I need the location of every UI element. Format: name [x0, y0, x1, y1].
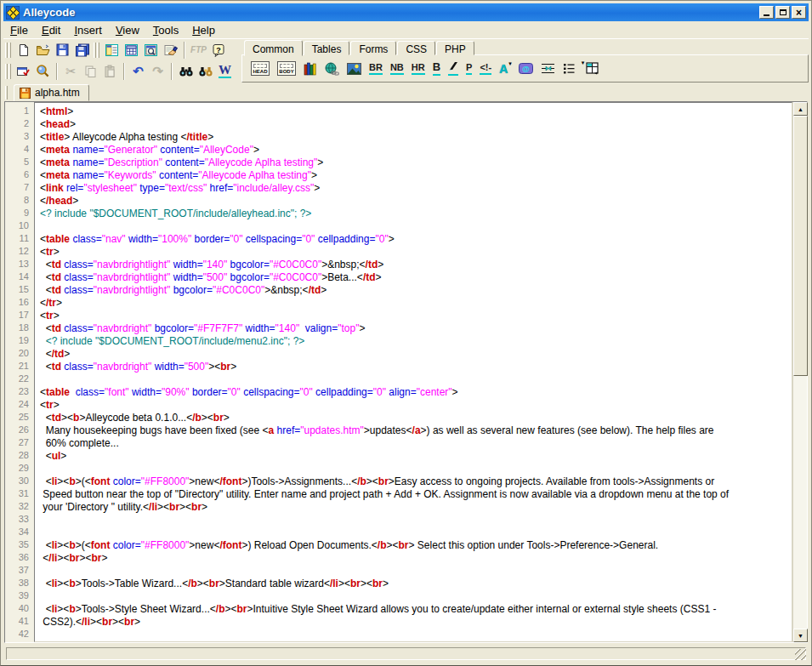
- toolbar-gripper[interactable]: [5, 64, 12, 79]
- redo-button[interactable]: ↷: [148, 62, 168, 81]
- menu-item-edit[interactable]: Edit: [35, 22, 67, 38]
- insert-hr-button[interactable]: HR: [412, 59, 425, 79]
- directory-panel-button[interactable]: [102, 41, 122, 60]
- new-document-button[interactable]: [14, 41, 33, 60]
- document-tab[interactable]: alpha.htm: [14, 84, 89, 101]
- maximize-button[interactable]: [775, 6, 790, 19]
- title-bar[interactable]: Alleycode ×: [3, 3, 809, 21]
- directory-panel-icon: [105, 43, 119, 57]
- hr-tag-icon: HR: [412, 62, 425, 75]
- insert-italic-button[interactable]: [448, 59, 458, 79]
- find-in-files-button[interactable]: [196, 62, 215, 81]
- menu-item-view[interactable]: View: [109, 22, 146, 38]
- insert-font-button[interactable]: A ▾: [499, 59, 511, 79]
- toolbar-gripper[interactable]: [5, 43, 12, 58]
- tab-css[interactable]: CSS: [397, 41, 435, 55]
- scroll-down-button[interactable]: ▼: [793, 629, 808, 642]
- code-line: <td><b>Alleycode beta 0.1.0...</b><br>: [40, 412, 792, 424]
- insert-button-panel: HEAD BODY BR NB HR B P <!-: [241, 54, 809, 83]
- cut-button[interactable]: ✂: [61, 62, 81, 81]
- line-number: 18: [5, 322, 34, 334]
- insert-head-button[interactable]: HEAD: [251, 59, 270, 79]
- app-logo-icon: [6, 6, 20, 20]
- scroll-down-icon: ▼: [798, 633, 803, 639]
- insert-email-button[interactable]: @: [519, 59, 533, 79]
- copy-button[interactable]: [81, 62, 100, 81]
- line-number: 10: [5, 219, 34, 232]
- window-title: Alleycode: [23, 6, 75, 19]
- insert-br-button[interactable]: BR: [369, 59, 383, 79]
- code-line: <td class="navbrdrightlight" width="140"…: [40, 259, 792, 271]
- insert-list-button[interactable]: ▾: [563, 59, 579, 79]
- insert-link-button[interactable]: [324, 59, 339, 79]
- menu-bar: FileEditInsertViewToolsHelp: [3, 22, 809, 39]
- tab-tables[interactable]: Tables: [304, 41, 350, 55]
- font-color-icon: A: [499, 63, 508, 75]
- undo-button[interactable]: ↶: [128, 62, 148, 81]
- insert-frame-button[interactable]: [586, 59, 599, 79]
- scroll-up-button[interactable]: ▲: [793, 102, 808, 116]
- code-line: </tr>: [40, 297, 792, 310]
- insert-paragraph-button[interactable]: P: [466, 59, 472, 79]
- scrollbar-thumb[interactable]: [793, 116, 808, 376]
- table-view-button[interactable]: [122, 41, 141, 60]
- insert-center-button[interactable]: [541, 59, 555, 79]
- toolbar-row-2: ✂ ↶ ↷ W: [3, 60, 235, 82]
- ftp-button[interactable]: FTP: [189, 41, 208, 60]
- menu-item-help[interactable]: Help: [185, 22, 222, 38]
- toolbar-gripper[interactable]: [94, 43, 100, 58]
- line-number: 2: [5, 117, 34, 130]
- zoom-button[interactable]: [33, 62, 53, 81]
- publish-hand-icon: [163, 43, 179, 57]
- minimize-button[interactable]: [759, 6, 774, 19]
- save-all-icon: [75, 43, 90, 57]
- preview-button[interactable]: [141, 41, 161, 60]
- close-button[interactable]: ×: [792, 6, 806, 19]
- insert-bold-button[interactable]: B: [433, 59, 440, 79]
- tab-forms[interactable]: Forms: [350, 41, 396, 55]
- help-button[interactable]: ?: [208, 41, 228, 60]
- save-button[interactable]: [53, 41, 72, 60]
- insert-body-button[interactable]: BODY: [277, 59, 296, 79]
- tab-common[interactable]: Common: [244, 40, 303, 56]
- insert-comment-button[interactable]: <!-: [480, 59, 491, 79]
- insert-image-button[interactable]: [347, 59, 361, 79]
- svg-text:?: ?: [216, 45, 221, 54]
- publish-button[interactable]: [161, 41, 180, 60]
- tab-bar-gripper[interactable]: [5, 86, 12, 100]
- line-number: 26: [5, 424, 34, 436]
- vertical-scrollbar[interactable]: ▲ ▼: [792, 102, 807, 642]
- menu-item-insert[interactable]: Insert: [67, 22, 109, 38]
- code-line: [40, 373, 792, 386]
- open-file-button[interactable]: [33, 41, 53, 60]
- line-number: 15: [5, 283, 34, 296]
- close-icon: ×: [796, 8, 802, 18]
- frame-tag-icon: [586, 62, 599, 75]
- line-number-gutter: 1234567891011121314151617181920212223242…: [5, 102, 34, 642]
- code-line: [40, 629, 792, 641]
- app-window: Alleycode × FileEditInsertViewToolsHelp: [0, 0, 812, 666]
- menu-item-tools[interactable]: Tools: [146, 22, 185, 38]
- tab-php[interactable]: PHP: [436, 41, 474, 55]
- insert-nbsp-button[interactable]: NB: [390, 59, 404, 79]
- save-all-button[interactable]: [72, 41, 92, 60]
- find-button[interactable]: [176, 62, 196, 81]
- window-controls: ×: [759, 6, 806, 19]
- code-window-button[interactable]: [14, 62, 33, 81]
- toolbar-row-1: FTP ?: [3, 39, 228, 60]
- paste-button[interactable]: [100, 62, 120, 81]
- line-number: 1: [5, 105, 34, 117]
- insert-colors-button[interactable]: [304, 59, 316, 79]
- code-line: </head>: [40, 195, 792, 208]
- line-number: 35: [5, 538, 34, 551]
- word-icon: W: [219, 64, 231, 78]
- menu-item-file[interactable]: File: [3, 22, 35, 38]
- italic-icon: [448, 61, 458, 75]
- code-area[interactable]: <html><head><title> Alleycode Alpha test…: [34, 102, 792, 642]
- resize-grip-icon[interactable]: [795, 649, 806, 660]
- code-line: <td class="navbrdright" bgcolor="#F7F7F7…: [40, 322, 792, 335]
- word-export-button[interactable]: W: [215, 62, 235, 81]
- code-line: <li><b>(<font color="#FF8000">new</font>…: [40, 539, 792, 552]
- code-line: <meta name="Generator" content="AlleyCod…: [40, 144, 792, 157]
- code-line: [40, 220, 792, 233]
